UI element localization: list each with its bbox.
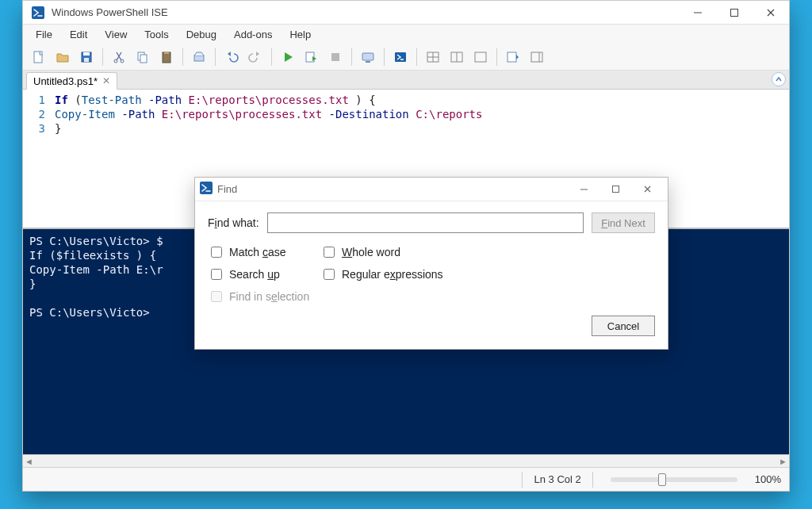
open-file-icon[interactable] [52, 46, 74, 68]
editor-tabstrip: Untitled3.ps1* ✕ [23, 71, 789, 90]
svg-rect-2 [731, 9, 738, 16]
find-dialog-title: Find [217, 183, 237, 195]
cut-icon[interactable] [108, 46, 130, 68]
menu-addons[interactable]: Add-ons [226, 26, 280, 43]
find-next-button[interactable]: Find Next [592, 212, 655, 233]
app-icon [31, 6, 45, 20]
svg-rect-6 [84, 58, 89, 62]
svg-rect-15 [331, 53, 339, 61]
clear-icon[interactable] [188, 46, 210, 68]
zoom-slider[interactable] [611, 477, 737, 482]
expand-script-pane-icon[interactable] [772, 72, 786, 86]
titlebar[interactable]: Windows PowerShell ISE [23, 1, 789, 25]
cancel-button[interactable]: Cancel [592, 316, 655, 336]
show-addon-icon[interactable] [526, 46, 548, 68]
menu-view[interactable]: View [97, 26, 135, 43]
undo-icon[interactable] [220, 46, 243, 68]
layout-both-icon[interactable] [422, 46, 444, 68]
svg-rect-24 [475, 52, 486, 62]
whole-word-checkbox[interactable]: Whole word [320, 244, 463, 260]
menu-edit[interactable]: Edit [62, 26, 95, 43]
menu-help[interactable]: Help [282, 26, 319, 43]
find-maximize-button[interactable] [599, 178, 631, 201]
menu-debug[interactable]: Debug [178, 26, 224, 43]
svg-point-8 [121, 59, 124, 63]
maximize-button[interactable] [716, 1, 753, 25]
svg-rect-5 [83, 52, 90, 55]
zoom-value: 100% [755, 473, 781, 485]
window-title: Windows PowerShell ISE [52, 6, 168, 18]
copy-icon[interactable] [132, 46, 154, 68]
find-in-selection-checkbox: Find in selection [208, 289, 319, 304]
layout-script-icon[interactable] [446, 46, 468, 68]
cursor-position: Ln 3 Col 2 [534, 473, 580, 485]
svg-rect-25 [508, 52, 516, 62]
svg-rect-17 [366, 61, 370, 63]
svg-point-7 [114, 59, 117, 63]
show-command-icon[interactable] [502, 46, 524, 68]
svg-rect-16 [362, 53, 373, 60]
minimize-button[interactable] [680, 1, 716, 25]
statusbar: Ln 3 Col 2 100% [23, 467, 789, 491]
run-selection-icon[interactable] [301, 46, 323, 68]
close-button[interactable] [753, 1, 789, 25]
find-input[interactable] [267, 212, 584, 233]
match-case-checkbox[interactable]: Match case [208, 244, 319, 260]
find-dialog-icon [200, 182, 213, 197]
run-icon[interactable] [277, 46, 299, 68]
search-up-checkbox[interactable]: Search up [208, 266, 319, 282]
toolbar [23, 44, 789, 71]
redo-icon[interactable] [244, 46, 266, 68]
save-icon[interactable] [75, 46, 98, 68]
paste-icon[interactable] [155, 46, 178, 68]
layout-console-icon[interactable] [469, 46, 492, 68]
zoom-thumb[interactable] [658, 473, 666, 486]
menu-tools[interactable]: Tools [136, 26, 176, 43]
menubar: File Edit View Tools Debug Add-ons Help [23, 25, 789, 44]
find-close-button[interactable] [631, 178, 663, 201]
line-number-gutter: 1 2 3 [23, 90, 50, 228]
tab-untitled3[interactable]: Untitled3.ps1* ✕ [26, 72, 117, 90]
tab-label: Untitled3.ps1* [33, 75, 98, 87]
stop-icon[interactable] [324, 46, 347, 68]
find-minimize-button[interactable] [568, 178, 599, 201]
svg-rect-26 [531, 52, 542, 62]
svg-rect-13 [194, 55, 204, 61]
find-what-label: Find what: [208, 216, 259, 229]
find-dialog-titlebar[interactable]: Find [195, 178, 668, 201]
svg-rect-12 [164, 52, 169, 54]
svg-rect-30 [612, 186, 619, 193]
regex-checkbox[interactable]: Regular expressions [320, 266, 463, 282]
find-dialog: Find Find what: Find Next Match case Who… [194, 177, 668, 350]
svg-rect-10 [140, 55, 147, 63]
tab-close-icon[interactable]: ✕ [102, 75, 110, 86]
remote-icon[interactable] [357, 46, 379, 68]
powershell-tab-icon[interactable] [389, 46, 412, 68]
app-window: Windows PowerShell ISE File Edit View To… [22, 0, 790, 492]
menu-file[interactable]: File [28, 26, 60, 43]
new-file-icon[interactable] [28, 46, 50, 68]
horizontal-scrollbar[interactable]: ◄► [23, 454, 789, 467]
